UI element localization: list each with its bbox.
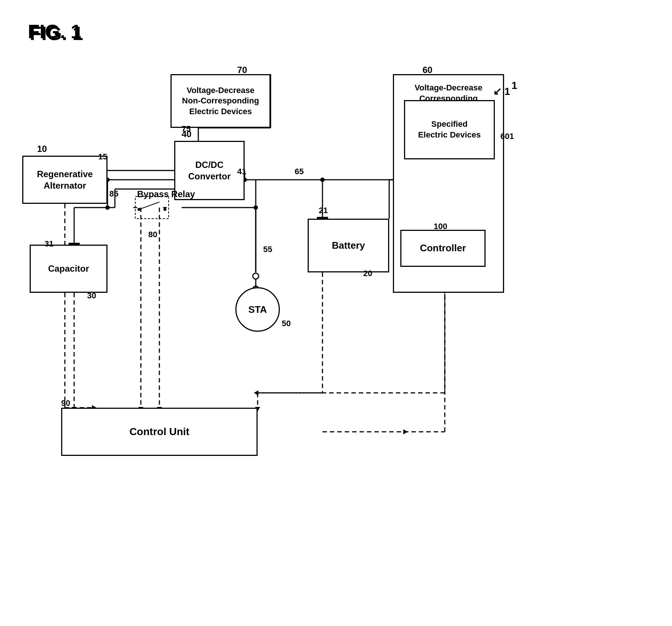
voltage-corr-number: 60 (423, 65, 433, 75)
capacitor-number-30: 30 (87, 291, 96, 301)
svg-point-45 (254, 205, 258, 210)
regenerative-alternator-box: RegenerativeAlternator (22, 156, 107, 204)
figure-title-box: FIG. 1 (28, 20, 81, 43)
capacitor-number-31: 31 (44, 239, 53, 249)
svg-point-31 (163, 208, 166, 211)
control-unit-number: 90 (61, 398, 70, 408)
sta-circle: STA (235, 287, 280, 332)
number-80: 80 (148, 230, 157, 239)
sta-number: 50 (282, 319, 291, 328)
battery-number: 21 (319, 206, 328, 215)
number-55: 55 (263, 245, 272, 254)
bypass-relay-number: 85 (109, 189, 118, 199)
voltage-non-number: 70 (237, 65, 247, 75)
controller-number: 100 (434, 222, 447, 231)
svg-marker-60 (254, 390, 258, 395)
bypass-relay-label: Bypass Relay (137, 189, 195, 199)
regenerative-alternator-number: 10 (37, 144, 47, 154)
specified-electric-devices-box: SpecifiedElectric Devices (404, 100, 495, 159)
number-15: 15 (98, 152, 107, 162)
number-75: 75 (182, 124, 191, 134)
svg-line-32 (139, 202, 159, 209)
svg-point-37 (253, 273, 259, 279)
diagram-svg (0, 0, 672, 626)
diagram: FIG. 1 (0, 0, 672, 626)
controller-box: Controller (400, 230, 486, 267)
system-arrow: ↙ 1 (493, 85, 510, 97)
number-65: 65 (295, 167, 304, 176)
capacitor-box: Capacitor (30, 245, 107, 293)
battery-box: Battery (308, 219, 389, 272)
system-number: 1 (512, 80, 517, 92)
battery-num-20: 20 (363, 269, 372, 278)
specified-number: 601 (500, 132, 514, 141)
number-41: 41 (237, 167, 246, 176)
voltage-decrease-non-corresponding-box: Voltage-DecreaseNon-CorrespondingElectri… (171, 74, 271, 128)
control-unit-box: Control Unit (61, 408, 258, 456)
